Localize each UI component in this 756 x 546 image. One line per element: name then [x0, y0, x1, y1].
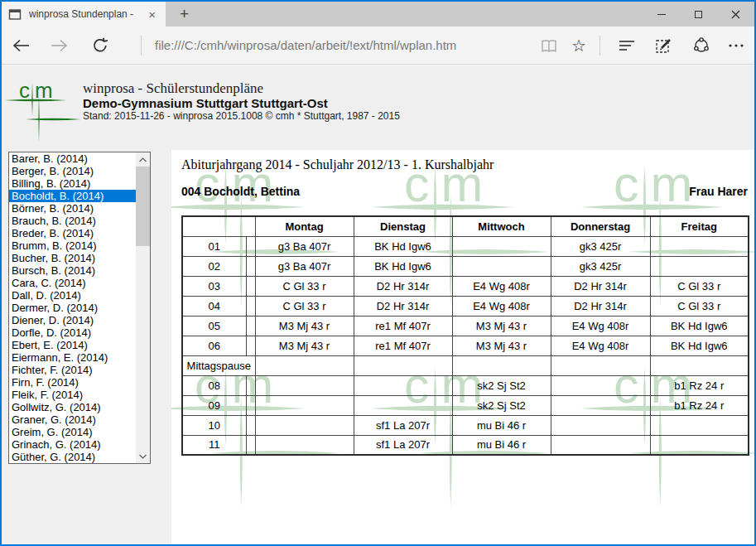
window-controls: [643, 2, 754, 27]
timetable-spacer-cell: [246, 336, 255, 355]
student-list-item[interactable]: Graner, G. (2014): [9, 413, 136, 426]
hub-icon: [619, 39, 635, 52]
timetable-cell: [551, 435, 650, 455]
student-list-item[interactable]: Grinach, G. (2014): [9, 438, 136, 451]
timetable-cell: sf1 La 207r: [354, 415, 452, 435]
page-favicon-icon: [8, 8, 22, 21]
timetable-cell: M3 Mj 43 r: [452, 336, 551, 355]
close-icon: [731, 10, 740, 19]
timetable-cell: b1 Rz 24 r: [650, 395, 749, 415]
refresh-button[interactable]: [89, 36, 111, 56]
site-title: winprosa - Schülerstundenpläne: [83, 80, 400, 96]
timetable-day-header: Donnerstag: [551, 216, 650, 236]
timetable-cell: E4 Wg 408r: [551, 336, 650, 355]
timetable-row: 10sf1 La 207rmu Bi 46 r: [182, 415, 749, 435]
reading-view-button[interactable]: [538, 36, 560, 56]
student-list-item[interactable]: Bocholdt, B. (2014): [9, 190, 136, 202]
back-button[interactable]: [11, 36, 32, 56]
timetable-cell: [452, 256, 551, 276]
student-list-item[interactable]: Barer, B. (2014): [9, 152, 136, 165]
share-button[interactable]: [691, 36, 712, 56]
favorites-button[interactable]: ☆: [568, 36, 590, 56]
svg-text:m: m: [35, 82, 53, 103]
scroll-down-button[interactable]: [136, 449, 150, 463]
timetable-cell: E4 Wg 408r: [551, 316, 650, 336]
address-bar[interactable]: file:///C:/cmh/winprosa/daten/arbeit/!ex…: [155, 38, 456, 52]
back-icon: [12, 38, 31, 53]
minimize-button[interactable]: [643, 2, 680, 27]
student-list-item[interactable]: Berger, B. (2014): [9, 165, 136, 177]
timetable-row: 02g3 Ba 407rBK Hd Igw6gk3 425r: [182, 256, 749, 276]
timetable-cell: [452, 236, 551, 256]
new-tab-button[interactable]: +: [166, 2, 203, 27]
student-list-item[interactable]: Eiermann, E. (2014): [9, 351, 136, 364]
timetable-row-label: 08: [182, 375, 246, 395]
timetable-cell: E4 Wg 408r: [452, 296, 551, 316]
timetable-cell: C Gl 33 r: [650, 276, 749, 296]
scrollbar-thumb[interactable]: [136, 167, 150, 246]
student-list-items: Barer, B. (2014)Berger, B. (2014)Billing…: [9, 152, 136, 463]
hub-button[interactable]: [616, 36, 638, 56]
timetable-row: 06M3 Mj 43 rre1 Mf 407rM3 Mj 43 rE4 Wg 4…: [182, 336, 749, 355]
student-list-item[interactable]: Firn, F. (2014): [9, 376, 136, 389]
timetable-row: 05M3 Mj 43 rre1 Mf 407rM3 Mj 43 rE4 Wg 4…: [182, 316, 749, 336]
timetable-cell: C Gl 33 r: [255, 296, 354, 316]
student-list-item[interactable]: Cara, C. (2014): [9, 277, 136, 289]
student-list-item[interactable]: Billing, B. (2014): [9, 177, 136, 190]
timetable-spacer-cell: [246, 435, 255, 455]
timetable-spacer-cell: [246, 276, 255, 296]
site-header: c m winprosa - Schülerstundenpläne Demo-…: [2, 65, 754, 150]
chevron-down-icon: [139, 454, 147, 459]
list-scrollbar[interactable]: [136, 152, 150, 463]
web-note-icon: [655, 36, 673, 55]
page-content: c m winprosa - Schülerstundenpläne Demo-…: [2, 65, 754, 544]
student-list-item[interactable]: Börner, B. (2014): [9, 202, 136, 215]
timetable-cell: re1 Mf 407r: [354, 336, 452, 355]
cmh-logo-icon: c m: [5, 82, 84, 145]
timetable-cell: BK Hd Igw6: [354, 236, 452, 256]
timetable-cell: [354, 375, 452, 395]
timetable-cell: M3 Mj 43 r: [452, 316, 551, 336]
timetable-cell: g3 Ba 407r: [255, 236, 354, 256]
student-list-item[interactable]: Gollwitz, G. (2014): [9, 401, 136, 413]
refresh-icon: [91, 36, 109, 55]
forward-button[interactable]: [48, 36, 70, 56]
timetable-row: 03C Gl 33 rD2 Hr 314rE4 Wg 408rD2 Hr 314…: [182, 276, 749, 296]
plan-title: Abiturjahrgang 2014 - Schuljahr 2012/13 …: [181, 157, 494, 172]
timetable-day-header: Freitag: [650, 216, 749, 236]
student-list-item[interactable]: Brumm, B. (2014): [9, 239, 136, 252]
timetable-cell: D2 Hr 314r: [551, 276, 650, 296]
timetable-cell: mu Bi 46 r: [452, 415, 551, 435]
student-list-item[interactable]: Fleik, F. (2014): [9, 389, 136, 401]
student-list[interactable]: Barer, B. (2014)Berger, B. (2014)Billing…: [8, 152, 151, 464]
browser-tab[interactable]: winprosa Stundenplan - ×: [2, 2, 166, 27]
student-list-item[interactable]: Dall, D. (2014): [9, 289, 136, 302]
maximize-button[interactable]: [680, 2, 717, 27]
student-list-item[interactable]: Greim, G. (2014): [9, 426, 136, 438]
timetable-cell: [255, 355, 354, 375]
student-list-item[interactable]: Bursch, B. (2014): [9, 264, 136, 277]
timetable-cell: [650, 435, 749, 455]
plan-student-name: 004 Bocholdt, Bettina: [181, 185, 300, 198]
student-list-item[interactable]: Ebert, E. (2014): [9, 339, 136, 351]
student-list-item[interactable]: Dermer, D. (2014): [9, 302, 136, 314]
timetable-cell: sf1 La 207r: [354, 435, 452, 455]
timetable: MontagDienstagMittwochDonnerstagFreitag …: [181, 215, 749, 456]
student-list-item[interactable]: Bucher, B. (2014): [9, 252, 136, 264]
student-list-item[interactable]: Dorfle, D. (2014): [9, 326, 136, 339]
timetable-row-label: 09: [182, 395, 246, 415]
student-list-item[interactable]: Brauch, B. (2014): [9, 215, 136, 227]
student-list-item[interactable]: Breder, B. (2014): [9, 227, 136, 239]
reading-view-icon: [540, 38, 558, 53]
student-list-item[interactable]: Fichter, F. (2014): [9, 364, 136, 376]
timetable-spacer-cell: [246, 395, 255, 415]
tab-close-icon[interactable]: ×: [145, 8, 159, 21]
student-list-item[interactable]: Güther, G. (2014): [9, 451, 136, 463]
navigation-bar: file:///C:/cmh/winprosa/daten/arbeit/!ex…: [2, 27, 754, 65]
close-button[interactable]: [717, 2, 754, 27]
scroll-up-button[interactable]: [136, 152, 150, 167]
student-list-item[interactable]: Diener, D. (2014): [9, 314, 136, 326]
web-note-button[interactable]: [653, 36, 675, 56]
timetable-cell: D2 Hr 314r: [354, 276, 452, 296]
more-button[interactable]: [725, 36, 747, 56]
